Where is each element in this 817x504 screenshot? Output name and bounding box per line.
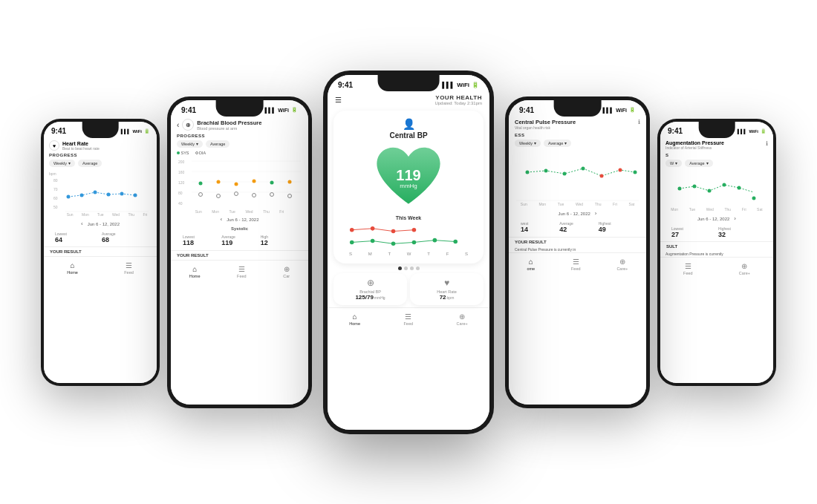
fr-nav-feed[interactable]: ☰ Feed <box>683 262 693 275</box>
hr-icon: ♥ <box>49 140 59 151</box>
l1-subtitle: Blood pressure at arm <box>197 126 261 131</box>
fl-your-result: YOUR RESULT <box>44 246 157 256</box>
fr-info-icon[interactable]: ℹ <box>766 140 768 150</box>
l1-stats: Lowest 118 Average 119 High 12 <box>177 232 302 249</box>
phone-far-right: 9:41 ▌▌▌ WiFi 🔋 Augmentation Pressure In… <box>657 119 776 386</box>
r1-nav-care[interactable]: ⊕ Care+ <box>616 258 628 271</box>
fr-x-days: MonTueWedThuFriSat <box>665 207 768 212</box>
c-this-week: This Week <box>339 215 478 220</box>
l1-your-result: YOUR RESULT <box>171 250 308 260</box>
l1-prev[interactable]: ‹ <box>220 216 222 223</box>
c-heart-unit: mmHg <box>396 183 420 189</box>
l1-nav-care[interactable]: ⊕ Car <box>283 265 290 278</box>
svg-text:50: 50 <box>53 205 58 209</box>
phone-left1: 9:41 ▌▌▌ WiFi 🔋 ‹ ⊕ Brachial Blood Press… <box>167 96 312 408</box>
fr-period-filter[interactable]: W ▾ <box>665 160 682 167</box>
svg-text:200: 200 <box>178 160 185 164</box>
phone-far-left: 9:41 ▌▌▌ WiFi 🔋 ♥ Heart Rate Beat to bea… <box>41 119 160 386</box>
svg-point-54 <box>738 186 741 190</box>
status-time-r1: 9:41 <box>519 106 534 114</box>
scene: 9:41 ▌▌▌ WiFi 🔋 ♥ Heart Rate Beat to bea… <box>0 0 817 504</box>
hr-header: ♥ Heart Rate Beat to beat heart rate <box>44 138 157 152</box>
l1-period-filter[interactable]: Weekly ▾ <box>177 140 203 148</box>
l1-systolic: Systolic <box>177 225 302 232</box>
status-time-l1: 9:41 <box>181 106 196 114</box>
c-week-days: SMTWTFS <box>339 252 478 256</box>
r1-next[interactable]: › <box>595 210 597 217</box>
fr-date-nav: Jun 6 - 12, 2022 › <box>665 213 768 224</box>
c-nav-home[interactable]: ⌂ Home <box>349 312 360 326</box>
fl-period-filter[interactable]: Weekly ▾ <box>49 160 75 167</box>
status-time-fr: 9:41 <box>668 127 683 135</box>
c-heart-value: 119 <box>396 168 420 183</box>
r1-type-filter[interactable]: Average ▾ <box>544 140 571 147</box>
fl-prev-arrow[interactable]: ‹ <box>81 220 83 227</box>
svg-point-55 <box>752 197 756 200</box>
c-card-title: Central BP <box>339 131 478 140</box>
svg-point-7 <box>107 193 111 197</box>
r1-info-icon[interactable]: ℹ <box>638 119 640 125</box>
fl-section-label: PROGRESS <box>49 153 152 157</box>
r1-progress: ESS Weekly ▾ Average ▾ <box>509 131 646 237</box>
fr-result-text: Augmentation Pressure is currently <box>660 251 773 257</box>
c-nav-feed[interactable]: ☰ Feed <box>403 312 413 326</box>
l1-date-nav: ‹ Jun 6 - 12, 2022 <box>177 214 302 225</box>
r1-section-label: ESS <box>515 133 640 137</box>
r1-bottom-nav: ⌂ ome ☰ Feed ⊕ Care+ <box>509 252 646 274</box>
svg-point-22 <box>235 183 238 186</box>
status-time-fl: 9:41 <box>51 127 66 135</box>
fl-y-label: bpm <box>49 171 56 176</box>
c-bottom-nav: ⌂ Home ☰ Feed ⊕ Care+ <box>328 307 489 329</box>
svg-point-50 <box>678 187 682 191</box>
c-nav-care[interactable]: ⊕ Care+ <box>457 312 468 326</box>
l1-back-arrow[interactable]: ‹ <box>177 121 179 129</box>
l1-type-filter[interactable]: Average <box>206 140 230 148</box>
c-health-title: YOUR HEALTH <box>434 94 482 101</box>
r1-nav-home[interactable]: ⌂ ome <box>527 258 535 271</box>
r1-header: Central Pulse Pressure Vital organ healt… <box>509 117 646 131</box>
l1-nav-feed[interactable]: ☰ Feed <box>237 265 247 278</box>
hr-title: Heart Rate <box>62 141 100 146</box>
phone-center: 9:41 ▌▌▌ WiFi 🔋 ☰ YOUR HEALTH Updated: T… <box>323 71 494 434</box>
hamburger-icon[interactable]: ☰ <box>335 96 342 104</box>
fr-next[interactable]: › <box>734 215 736 222</box>
fr-title: Augmentation Pressure <box>665 140 724 145</box>
svg-point-21 <box>217 180 221 184</box>
l1-header: ‹ ⊕ Brachial Blood Pressure Blood pressu… <box>171 117 308 132</box>
fl-type-filter[interactable]: Average <box>78 160 102 167</box>
fl-nav-home[interactable]: ⌂ Home <box>67 261 78 275</box>
fl-nav-feed[interactable]: ☰ Feed <box>124 261 134 275</box>
r1-stats: west 14 Average 42 Highest 49 <box>515 219 640 235</box>
l1-title: Brachial Blood Pressure <box>197 120 261 126</box>
fl-chart: bpm 80 70 60 50 <box>49 170 152 211</box>
r1-chart <box>515 150 640 202</box>
l1-section-label: PROGRESS <box>177 134 302 138</box>
c-brachial-unit: mmHg <box>374 295 385 300</box>
svg-text:160: 160 <box>178 170 185 174</box>
c-week-chart: SMTWTFS <box>339 222 478 256</box>
r1-result-text: Central Pulse Pressure is currently in <box>509 246 646 252</box>
svg-point-29 <box>253 194 256 197</box>
svg-point-6 <box>94 191 97 194</box>
svg-point-43 <box>526 171 530 174</box>
l1-nav-home[interactable]: ⌂ Home <box>189 265 201 278</box>
fr-your-result: SULT <box>660 241 773 251</box>
r1-period-filter[interactable]: Weekly ▾ <box>515 140 541 147</box>
fr-nav-care[interactable]: ⊕ Care+ <box>739 262 750 275</box>
svg-point-45 <box>563 172 567 176</box>
r1-filter-row: Weekly ▾ Average ▾ <box>515 140 640 147</box>
c-heartrate-icon: ♥ <box>414 278 479 288</box>
c-heartrate-value: 72 <box>440 294 446 301</box>
c-dot-2 <box>404 266 408 270</box>
svg-text:80: 80 <box>178 191 183 195</box>
fr-type-filter[interactable]: Average ▾ <box>685 160 712 167</box>
status-time-c: 9:41 <box>338 81 353 89</box>
fr-chart <box>665 170 768 207</box>
svg-point-53 <box>723 183 726 187</box>
r1-subtitle: Vital organ health risk <box>515 125 576 130</box>
svg-point-20 <box>199 182 203 186</box>
svg-point-31 <box>288 194 292 198</box>
svg-point-8 <box>120 192 124 196</box>
status-icons-r1: ▌▌▌ WiFi 🔋 <box>602 107 636 113</box>
r1-nav-feed[interactable]: ☰ Feed <box>571 258 581 271</box>
